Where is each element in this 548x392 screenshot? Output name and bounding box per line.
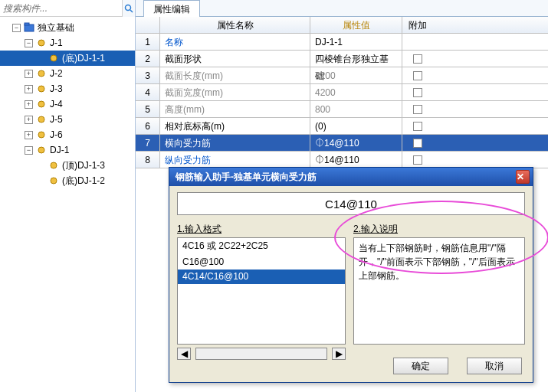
table-row[interactable]: 4截面宽度(mm)4200	[136, 84, 548, 101]
ok-button[interactable]: 确定	[393, 358, 448, 374]
property-value[interactable]: ⏀14@110	[310, 135, 402, 151]
tree-node-dj1[interactable]: − DJ-1	[0, 142, 135, 158]
row-number: 6	[136, 118, 160, 134]
rebar-display[interactable]: C14@110	[177, 192, 525, 215]
list-item[interactable]: 4C16 或 2C22+2C25	[178, 238, 345, 255]
spacer	[37, 54, 45, 63]
extra-checkbox[interactable]	[413, 122, 422, 131]
item-icon	[36, 38, 47, 48]
tree-label: (顶)DJ-1-3	[62, 159, 105, 172]
collapse-icon[interactable]: −	[25, 146, 33, 155]
row-number: 8	[136, 152, 160, 168]
tree-node-j5[interactable]: + J-5	[0, 112, 135, 127]
list-item[interactable]: C16@100	[178, 255, 345, 270]
extra-checkbox[interactable]	[413, 155, 422, 165]
tree-node-j1-bottom[interactable]: (底)DJ-1-1	[0, 51, 135, 66]
property-name: 截面形状	[160, 51, 310, 67]
table-row[interactable]: 6相对底标高(m)(0)	[136, 118, 548, 135]
item-icon	[36, 129, 47, 140]
tab-strip: 属性编辑	[136, 0, 548, 17]
extra-checkbox[interactable]	[413, 139, 422, 148]
property-name: 横向受力筋	[160, 135, 310, 151]
item-icon	[48, 175, 59, 186]
collapse-icon[interactable]: −	[25, 39, 33, 47]
tree-node-j3[interactable]: + J-3	[0, 81, 135, 96]
header-num	[136, 17, 160, 33]
search-button[interactable]	[122, 0, 135, 17]
list-item[interactable]: 4C14/C16@100	[178, 270, 345, 284]
property-name: 截面长度(mm)	[160, 67, 310, 83]
row-number: 3	[136, 67, 160, 83]
chevron-left-icon: ◀	[181, 348, 188, 359]
extra-cell	[402, 51, 433, 67]
svg-point-9	[38, 116, 44, 122]
tree: − 独立基础 − J-1 (底)DJ-1-1 + J-2 + J-3 + J-4	[0, 17, 135, 191]
item-icon	[36, 83, 47, 94]
collapse-icon[interactable]: −	[12, 24, 21, 32]
search-input[interactable]	[0, 2, 122, 15]
scroll-track[interactable]	[195, 348, 327, 360]
tree-node-dj1-bottom[interactable]: (底)DJ-1-2	[0, 173, 135, 188]
table-row[interactable]: 8纵向受力筋⏀14@110	[136, 152, 548, 168]
expand-icon[interactable]: +	[25, 85, 33, 93]
property-grid: 属性名称 属性值 附加 1名称DJ-1-12截面形状四棱锥台形独立基础3截面长度…	[136, 17, 548, 168]
item-icon	[48, 160, 59, 171]
tree-label: J-6	[50, 129, 63, 140]
scroll-left-button[interactable]: ◀	[177, 348, 191, 360]
format-listbox[interactable]: 4C16 或 2C22+2C25 C16@100 4C14/C16@100	[177, 237, 346, 345]
table-row[interactable]: 3截面长度(mm)4200	[136, 67, 548, 84]
property-value[interactable]: 800	[310, 101, 402, 117]
expand-icon[interactable]: +	[25, 131, 33, 139]
table-row[interactable]: 1名称DJ-1-1	[136, 34, 548, 51]
property-value[interactable]: (0)	[310, 118, 402, 134]
scroll-right-button[interactable]: ▶	[332, 348, 346, 360]
svg-point-10	[38, 132, 44, 138]
tab-property-edit[interactable]: 属性编辑	[143, 0, 200, 18]
property-name: 高度(mm)	[160, 101, 310, 117]
property-value[interactable]: 4200	[310, 67, 402, 83]
dialog-titlebar[interactable]: 钢筋输入助手-独基单元横向受力筋 ✕	[169, 168, 533, 186]
expand-icon[interactable]: +	[25, 116, 33, 124]
scroll-controls: ◀ ▶	[177, 348, 346, 360]
svg-line-1	[130, 10, 133, 12]
close-button[interactable]: ✕	[516, 170, 530, 184]
tree-node-j4[interactable]: + J-4	[0, 96, 135, 112]
tree-node-dj1-top[interactable]: (顶)DJ-1-3	[0, 158, 135, 173]
header-value: 属性值	[310, 17, 402, 33]
search-icon	[124, 4, 133, 13]
expand-icon[interactable]: +	[25, 100, 33, 109]
item-icon	[48, 53, 59, 64]
expand-icon[interactable]: +	[25, 70, 33, 78]
rebar-input-dialog: 钢筋输入助手-独基单元横向受力筋 ✕ C14@110 1.输入格式 4C16 或…	[169, 167, 533, 383]
extra-cell	[402, 135, 433, 151]
extra-checkbox[interactable]	[413, 54, 422, 64]
extra-checkbox[interactable]	[413, 88, 422, 97]
folder-icon	[24, 22, 34, 33]
row-number: 2	[136, 51, 160, 67]
tree-label: J-2	[50, 68, 63, 79]
tree-label: DJ-1	[50, 145, 69, 155]
property-value[interactable]: 四棱锥台形独立基础	[310, 51, 402, 67]
item-icon	[36, 145, 47, 155]
tree-node-j6[interactable]: + J-6	[0, 127, 135, 142]
tree-node-j2[interactable]: + J-2	[0, 66, 135, 81]
tree-node-j1[interactable]: − J-1	[0, 35, 135, 51]
cancel-button[interactable]: 取消	[467, 358, 522, 374]
table-row[interactable]: 5高度(mm)800	[136, 101, 548, 118]
tree-label: J-5	[50, 114, 63, 125]
property-value[interactable]: 4200	[310, 84, 402, 100]
svg-point-6	[38, 70, 44, 77]
search-row	[0, 0, 135, 17]
tree-label: 独立基础	[38, 21, 74, 34]
dialog-title: 钢筋输入助手-独基单元横向受力筋	[176, 171, 516, 184]
extra-checkbox[interactable]	[413, 71, 422, 80]
dialog-body: C14@110 1.输入格式 4C16 或 2C22+2C25 C16@100 …	[169, 186, 533, 366]
header-extra: 附加	[402, 17, 433, 33]
table-row[interactable]: 2截面形状四棱锥台形独立基础	[136, 51, 548, 67]
table-row[interactable]: 7横向受力筋⏀14@110	[136, 135, 548, 152]
property-value[interactable]: DJ-1-1	[310, 34, 402, 50]
property-value[interactable]: ⏀14@110	[310, 152, 402, 168]
extra-checkbox[interactable]	[413, 105, 422, 114]
tree-node-root[interactable]: − 独立基础	[0, 20, 135, 35]
chevron-right-icon: ▶	[336, 348, 343, 359]
